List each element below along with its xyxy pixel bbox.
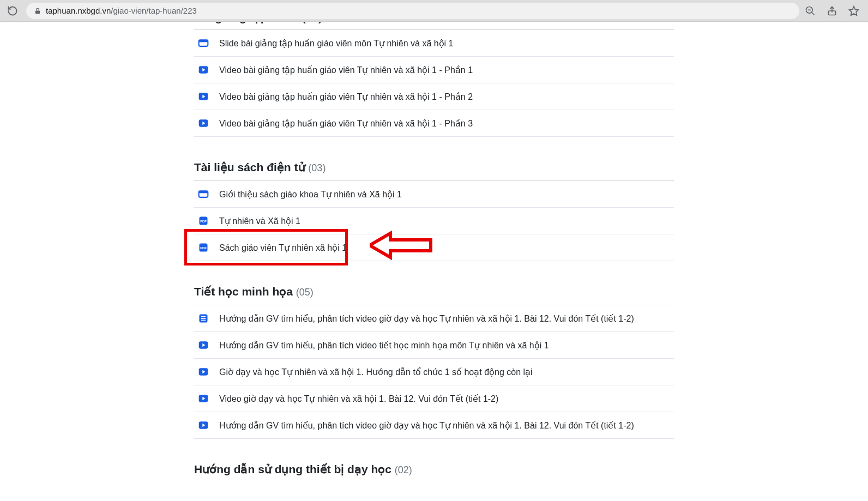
zoom-out-icon: [805, 5, 816, 16]
list-item-label: Giới thiệu sách giáo khoa Tự nhiên và Xã…: [219, 189, 402, 200]
slide-icon: [198, 189, 209, 200]
doc-icon: [198, 313, 209, 324]
star-icon: [848, 5, 859, 16]
list-item[interactable]: Video bài giảng tập huấn giáo viên Tự nh…: [194, 110, 674, 137]
address-bar[interactable]: taphuan.nxbgd.vn/giao-vien/tap-huan/223: [26, 3, 799, 19]
slide-icon: [198, 38, 209, 49]
list-item-label: Tự nhiên và Xã hội 1: [219, 216, 300, 226]
share-icon: [827, 5, 837, 16]
lock-icon: [34, 7, 41, 15]
video-icon: [198, 340, 209, 351]
list-item[interactable]: PDFTự nhiên và Xã hội 1: [194, 208, 674, 234]
list-item[interactable]: Giờ dạy và học Tự nhiên và xã hội 1. Hướ…: [194, 359, 674, 385]
svg-rect-7: [199, 40, 208, 42]
zoom-out-button[interactable]: [805, 5, 816, 16]
video-icon: [198, 420, 209, 431]
reload-button[interactable]: [4, 5, 21, 16]
list-item[interactable]: Slide bài giảng tập huấn giáo viên môn T…: [194, 30, 674, 57]
list-item-label: Slide bài giảng tập huấn giáo viên môn T…: [219, 38, 454, 49]
section-list: Slide bài giảng tập huấn giáo viên môn T…: [194, 29, 674, 137]
list-item[interactable]: Hướng dẫn GV tìm hiểu, phân tích video g…: [194, 412, 674, 439]
share-button[interactable]: [827, 5, 837, 16]
list-item-label: Hướng dẫn GV tìm hiểu, phân tích video t…: [219, 340, 549, 351]
svg-text:PDF: PDF: [200, 220, 207, 223]
list-item[interactable]: Video bài giảng tập huấn giáo viên Tự nh…: [194, 83, 674, 110]
list-item-label: Video bài giảng tập huấn giáo viên Tự nh…: [219, 92, 473, 102]
section-title: Tiết học minh họa (05): [194, 285, 674, 305]
section-title-partial: Bài giảng tập huấn (04): [194, 22, 674, 29]
list-item-label: Video bài giảng tập huấn giáo viên Tự nh…: [219, 65, 473, 75]
list-item[interactable]: Hướng dẫn GV tìm hiểu, phân tích video g…: [194, 305, 674, 332]
list-item[interactable]: Video bài giảng tập huấn giáo viên Tự nh…: [194, 57, 674, 83]
svg-rect-0: [35, 10, 40, 14]
reload-icon: [7, 5, 18, 16]
pdf-icon: PDF: [198, 215, 209, 226]
pdf-icon: PDF: [198, 242, 209, 253]
list-item[interactable]: Giới thiệu sách giáo khoa Tự nhiên và Xã…: [194, 181, 674, 208]
video-icon: [198, 118, 209, 129]
section-count: (03): [308, 162, 326, 173]
video-icon: [198, 91, 209, 102]
svg-text:PDF: PDF: [200, 246, 207, 250]
list-item[interactable]: PDFSách giáo viên Tự nhiên xã hội 1: [194, 234, 674, 261]
page-body: Bài giảng tập huấn (04)Slide bài giảng t…: [0, 22, 868, 501]
video-icon: [198, 366, 209, 377]
video-icon: [198, 64, 209, 75]
list-item[interactable]: Hướng dẫn GV tìm hiểu, phân tích video t…: [194, 332, 674, 359]
browser-toolbar: taphuan.nxbgd.vn/giao-vien/tap-huan/223: [0, 0, 868, 22]
list-item-label: Video bài giảng tập huấn giáo viên Tự nh…: [219, 118, 473, 129]
list-item-label: Video giờ dạy và học Tự nhiên và xã hội …: [219, 394, 498, 404]
list-item-label: Hướng dẫn GV tìm hiểu, phân tích video g…: [219, 313, 634, 324]
section-count: (05): [296, 287, 314, 298]
section-count: (02): [395, 464, 412, 475]
url-text: taphuan.nxbgd.vn/giao-vien/tap-huan/223: [46, 6, 197, 15]
section-title: Hướng dẫn sử dụng thiết bị dạy học (02): [194, 463, 674, 482]
svg-line-2: [812, 12, 815, 15]
section-list: Giới thiệu sách giáo khoa Tự nhiên và Xã…: [194, 180, 674, 261]
svg-rect-15: [199, 191, 208, 193]
list-item[interactable]: Video giờ dạy và học Tự nhiên và xã hội …: [194, 385, 674, 412]
section-title: Tài liệu sách điện tử (03): [194, 161, 674, 180]
video-icon: [198, 393, 209, 404]
toolbar-right: [805, 5, 864, 16]
list-item-label: Hướng dẫn GV tìm hiểu, phân tích video g…: [219, 420, 634, 431]
svg-marker-5: [849, 6, 859, 15]
list-item-label: Giờ dạy và học Tự nhiên và xã hội 1. Hướ…: [219, 367, 533, 377]
bookmark-button[interactable]: [848, 5, 859, 16]
list-item-label: Sách giáo viên Tự nhiên xã hội 1: [219, 243, 347, 253]
section-list: Hướng dẫn GV tìm hiểu, phân tích video g…: [194, 305, 674, 439]
